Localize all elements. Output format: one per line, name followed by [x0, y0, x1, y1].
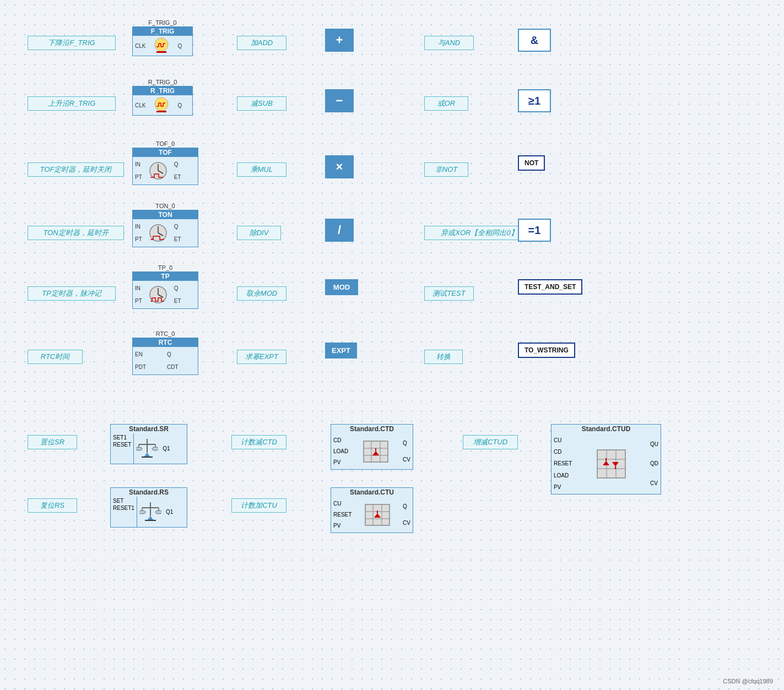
r-trig-ports-left: CLK	[133, 95, 148, 115]
label-expt: 求幂EXPT	[237, 350, 286, 364]
sr-block-container: Standard.SR SET1 RESET	[110, 424, 187, 464]
tp-block[interactable]: TP IN PT Q ET	[132, 271, 198, 309]
sr-header: Standard.SR	[111, 425, 187, 433]
tof-block[interactable]: TOF IN PT Q ET	[132, 148, 198, 185]
f-trig-header: F_TRIG	[133, 27, 192, 36]
ton-block[interactable]: TON IN PT Q ET	[132, 210, 198, 247]
ctu-icon	[354, 497, 401, 533]
label-and: 与AND	[424, 36, 474, 50]
sr-ports-right: Q1	[160, 433, 172, 464]
ton-header: TON	[133, 210, 198, 219]
label-ton: TON定时器，延时开	[28, 226, 124, 240]
ctud-icon	[574, 433, 648, 494]
sr-block[interactable]: Standard.SR SET1 RESET	[110, 424, 187, 464]
rtc-ports-left: EN PDT	[133, 347, 148, 374]
ctu-header: Standard.CTU	[331, 488, 413, 497]
f-trig-title: F_TRIG_0	[132, 19, 193, 26]
rtc-block-container: RTC_0 RTC EN PDT Q CDT	[132, 330, 198, 375]
svg-marker-33	[144, 453, 150, 457]
ctu-block-container: Standard.CTU CU RESET PV	[331, 487, 413, 533]
svg-point-55	[139, 510, 145, 514]
rs-block-container: Standard.RS SET RESET1	[110, 487, 187, 528]
label-convert: 转换	[424, 350, 463, 364]
rtc-title: RTC_0	[132, 330, 198, 337]
tp-title: TP_0	[132, 264, 198, 271]
svg-point-0	[155, 38, 168, 51]
ctd-block-container: Standard.CTD CD LOAD PV	[331, 424, 413, 470]
label-test: 测试TEST	[424, 286, 474, 301]
op-div: /	[325, 219, 354, 242]
label-or: 或OR	[424, 96, 468, 111]
svg-marker-57	[147, 516, 154, 520]
r-trig-block[interactable]: R_TRIG CLK Q	[132, 86, 193, 116]
f-trig-ports-right: Q	[175, 36, 184, 56]
rs-ports-right: Q1	[164, 497, 175, 527]
label-add: 加ADD	[237, 36, 286, 50]
r-trig-ports-right: Q	[175, 95, 184, 115]
ctu-ports-right: Q CV	[401, 497, 413, 533]
r-trig-title: R_TRIG_0	[132, 79, 193, 85]
ton-title: TON_0	[132, 203, 198, 209]
label-ctud: 增减CTUD	[463, 435, 518, 449]
label-ctd: 计数减CTD	[231, 435, 286, 449]
label-ctu: 计数加CTU	[231, 498, 286, 513]
ctud-header: Standard.CTUD	[551, 425, 661, 433]
tp-header: TP	[133, 272, 198, 281]
rs-block[interactable]: Standard.RS SET RESET1	[110, 487, 187, 528]
label-f-trig: 下降沿F_TRIG	[28, 36, 116, 50]
ctu-ports-left: CU RESET PV	[331, 497, 354, 533]
label-r-trig: 上升沿R_TRIG	[28, 96, 116, 111]
rtc-header: RTC	[133, 338, 198, 347]
svg-point-31	[136, 447, 142, 450]
ctu-block[interactable]: Standard.CTU CU RESET PV	[331, 487, 413, 533]
label-sub: 减SUB	[237, 96, 286, 111]
op-and: &	[518, 29, 551, 52]
tp-ports-right: Q ET	[172, 281, 183, 308]
op-mul: ×	[325, 155, 354, 178]
rs-header: Standard.RS	[111, 488, 187, 497]
label-mul: 乘MUL	[237, 162, 286, 177]
r-trig-block-container: R_TRIG_0 R_TRIG CLK	[132, 79, 193, 116]
label-tof: TOF定时器，延时关闭	[28, 162, 124, 177]
label-rtc: RTC时间	[28, 350, 83, 364]
svg-point-56	[155, 510, 161, 514]
ctd-ports-left: CD LOAD PV	[331, 433, 350, 469]
f-trig-block-container: F_TRIG_0 F_TRIG CLK	[132, 19, 193, 56]
ctd-header: Standard.CTD	[331, 425, 413, 433]
op-to-wstring: TO_WSTRING	[518, 343, 575, 358]
r-trig-icon	[148, 95, 175, 115]
rs-icon	[137, 497, 164, 527]
op-xor: =1	[518, 219, 551, 242]
ctd-block[interactable]: Standard.CTD CD LOAD PV	[331, 424, 413, 470]
svg-rect-8	[156, 51, 166, 53]
rs-ports-left: SET RESET1	[111, 497, 137, 527]
tof-ports-right: Q ET	[172, 157, 183, 184]
tof-title: TOF_0	[132, 140, 198, 147]
main-canvas: 下降沿F_TRIG F_TRIG_0 F_TRIG CLK	[0, 0, 784, 690]
ctd-ports-right: Q CV	[401, 433, 413, 469]
tp-ports-left: IN PT	[133, 281, 144, 308]
rtc-block[interactable]: RTC EN PDT Q CDT	[132, 338, 198, 375]
label-rs: 复位RS	[28, 498, 77, 513]
tof-ports-left: IN PT	[133, 157, 144, 184]
f-trig-block[interactable]: F_TRIG CLK	[132, 26, 193, 56]
tp-icon	[144, 281, 172, 308]
op-not: NOT	[518, 155, 545, 171]
tof-icon	[144, 157, 172, 184]
tp-block-container: TP_0 TP IN PT Q	[132, 264, 198, 309]
rtc-ports-right: Q CDT	[165, 347, 181, 374]
ton-ports-right: Q ET	[172, 219, 183, 247]
r-trig-header: R_TRIG	[133, 86, 192, 95]
tof-block-container: TOF_0 TOF IN PT Q	[132, 140, 198, 185]
label-mod: 取余MOD	[237, 286, 286, 301]
op-expt: EXPT	[325, 343, 357, 358]
rtc-icon	[148, 347, 165, 374]
ctud-ports-left: CU CD RESET LOAD PV	[551, 433, 574, 494]
op-or: ≥1	[518, 89, 551, 112]
ctud-block[interactable]: Standard.CTUD CU CD RESET LOAD PV	[551, 424, 661, 495]
svg-point-32	[152, 447, 158, 450]
f-trig-ports-left: CLK	[133, 36, 148, 56]
label-tp: TP定时器，脉冲记	[28, 286, 116, 301]
op-add: +	[325, 29, 354, 52]
sr-ports-left: SET1 RESET	[111, 433, 134, 464]
